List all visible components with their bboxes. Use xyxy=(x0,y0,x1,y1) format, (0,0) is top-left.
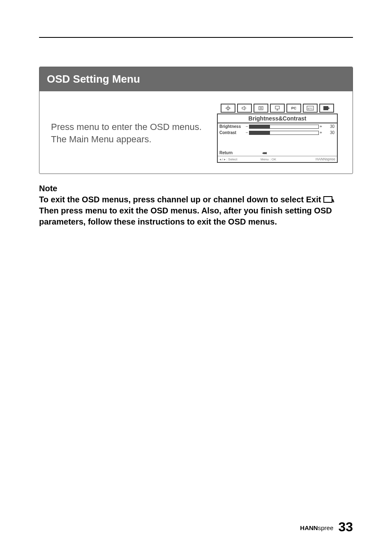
osd-footer-select: ◂ / ▸ : Select xyxy=(219,158,261,161)
svg-point-0 xyxy=(227,107,229,109)
osd-footer-brand: HANNspree xyxy=(302,157,335,161)
osd-preview: PC ETC Brightness&Contrast Brightness − … xyxy=(214,104,341,163)
minus-icon: − xyxy=(245,124,249,129)
osd-contrast-label: Contrast xyxy=(219,130,245,135)
page-number: 33 xyxy=(338,519,353,534)
audio-icon xyxy=(237,104,252,113)
pc-icon-label: PC xyxy=(291,106,297,110)
note-block: Note To exit the OSD menus, press channe… xyxy=(39,183,353,227)
brand-light: spree xyxy=(318,524,334,531)
osd-brightness-value: 30 xyxy=(323,124,335,129)
page-footer: HANNspree 33 xyxy=(39,519,353,535)
note-line1: To exit the OSD menus, press channel up … xyxy=(39,195,323,204)
svg-rect-13 xyxy=(323,106,328,110)
brand-bold: HANN xyxy=(300,524,318,531)
plus-icon: + xyxy=(319,124,323,129)
osd-row-contrast: Contrast − + 30 xyxy=(218,130,337,136)
osd-inner: Brightness − + 30 Contrast − + 30 xyxy=(217,123,338,163)
svg-text:ETC: ETC xyxy=(308,107,313,110)
svg-marker-14 xyxy=(328,107,330,109)
osd-contrast-value: 30 xyxy=(323,130,335,135)
osd-footer: ◂ / ▸ : Select Menu : OK HANNspree xyxy=(218,156,337,162)
panel-title: OSD Setting Menu xyxy=(39,67,353,91)
svg-point-7 xyxy=(260,107,262,109)
exit-icon xyxy=(319,104,334,113)
brightness-icon xyxy=(221,104,235,113)
etc-icon: ETC xyxy=(303,104,318,113)
osd-tab-title: Brightness&Contrast xyxy=(217,114,338,123)
minus-icon: − xyxy=(245,130,249,135)
osd-row-brightness: Brightness − + 30 xyxy=(218,123,337,130)
pc-icon: PC xyxy=(286,104,301,113)
screen-icon xyxy=(270,104,285,113)
osd-contrast-bar xyxy=(249,131,319,135)
osd-return-row: Return ◂◂◂ xyxy=(218,150,337,156)
osd-setting-panel: OSD Setting Menu Press menu to enter the… xyxy=(39,67,353,174)
osd-spacer xyxy=(218,136,337,150)
osd-return-label: Return xyxy=(219,151,233,155)
svg-marker-5 xyxy=(242,106,244,110)
exit-inline-icon xyxy=(323,196,332,203)
panel-body: Press menu to enter the OSD menus. The M… xyxy=(39,91,353,174)
osd-brightness-label: Brightness xyxy=(219,124,245,129)
top-rule xyxy=(39,37,353,38)
svg-rect-8 xyxy=(275,106,279,109)
note-heading: Note xyxy=(39,183,353,194)
panel-instruction: Press menu to enter the OSD menus. The M… xyxy=(51,121,202,145)
osd-footer-ok: Menu : OK xyxy=(261,158,302,161)
svg-rect-6 xyxy=(259,107,263,110)
gear-icon xyxy=(254,104,268,113)
return-arrow-icon: ◂◂◂ xyxy=(262,151,266,155)
osd-icon-row: PC ETC xyxy=(214,104,341,114)
osd-brightness-bar xyxy=(249,125,319,129)
plus-icon: + xyxy=(319,130,323,135)
